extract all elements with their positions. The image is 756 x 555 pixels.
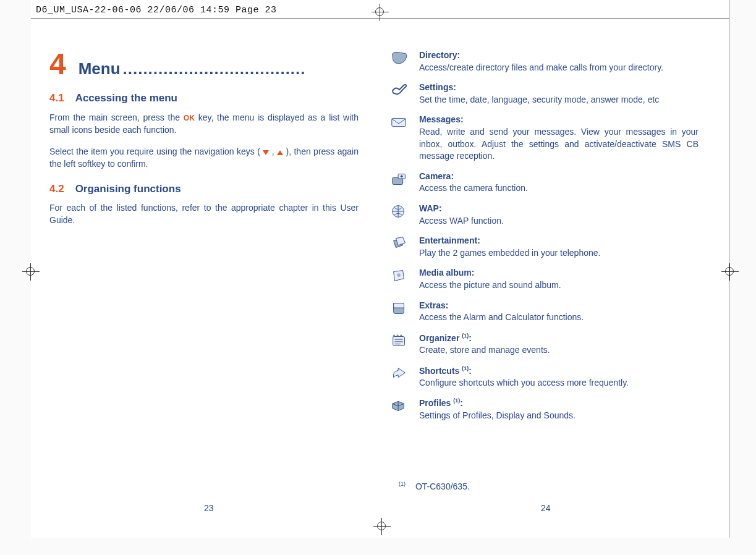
function-title: Extras [419, 300, 446, 310]
section-4-1-p1: From the main screen, press the OK key, … [49, 112, 359, 136]
chapter-title: Menu [79, 59, 121, 78]
entertainment-icon [389, 235, 409, 252]
camera-icon [389, 171, 409, 188]
function-title: Camera [419, 171, 451, 181]
function-body: Profiles (1):Settings of Profiles, Displ… [419, 397, 699, 422]
svg-rect-8 [393, 336, 405, 345]
function-body: Camera:Access the camera function. [419, 171, 699, 195]
function-item: Extras:Access the Alarm and Calculator f… [389, 300, 699, 324]
function-item: Profiles (1):Settings of Profiles, Displ… [389, 397, 699, 422]
chapter-dots: .................................... [122, 59, 305, 78]
svg-rect-7 [394, 303, 404, 308]
section-4-2-heading: 4.2 Organising functions [49, 182, 359, 197]
section-4-2-p1: For each of the listed functions, refer … [49, 202, 359, 226]
footnote-text: OT-C630/635. [415, 481, 470, 491]
function-item: Settings:Set the time, date, language, s… [389, 82, 699, 106]
footnote: (1) OT-C630/635. [399, 481, 470, 491]
function-sup: (1) [462, 333, 469, 339]
function-body: Settings:Set the time, date, language, s… [419, 82, 699, 106]
function-desc: Access the Alarm and Calculator function… [419, 312, 584, 322]
media-album-icon [389, 267, 409, 284]
nav-down-icon [263, 150, 269, 155]
section-4-1-heading: 4.1 Accessing the menu [49, 91, 359, 106]
function-list: Directory:Access/create directory files … [389, 49, 699, 422]
function-desc: Configure shortcuts which you access mor… [419, 378, 629, 388]
function-title: Directory [419, 50, 457, 60]
settings-icon [389, 82, 409, 99]
ok-key-icon: OK [184, 114, 195, 122]
function-body: WAP:Access WAP function. [419, 203, 699, 227]
function-body: Messages:Read, write and send your messa… [419, 114, 699, 162]
function-item: Camera:Access the camera function. [389, 171, 699, 195]
function-desc: Set the time, date, language, security m… [419, 95, 659, 104]
function-desc: Access/create directory files and make c… [419, 62, 663, 72]
svg-rect-0 [392, 119, 406, 127]
function-body: Entertainment:Play the 2 games embedded … [419, 235, 699, 259]
function-title: Shortcuts [419, 365, 462, 375]
function-item: Shortcuts (1):Configure shortcuts which … [389, 365, 699, 389]
function-body: Shortcuts (1):Configure shortcuts which … [419, 365, 699, 389]
chapter-number: 4 [49, 49, 66, 79]
function-sup: (1) [462, 365, 469, 371]
function-body: Directory:Access/create directory files … [419, 49, 699, 74]
svg-point-3 [401, 175, 403, 177]
function-item: Messages:Read, write and send your messa… [389, 114, 699, 162]
function-item: Media album:Access the picture and sound… [389, 267, 699, 291]
footnote-marker: (1) [399, 481, 406, 487]
page-spread: D6_UM_USA-22-06-06 22/06/06 14:59 Page 2… [31, 0, 729, 538]
function-desc: Access the picture and sound album. [419, 280, 561, 290]
function-title: Organizer [419, 333, 462, 342]
section-4-1-p2: Select the item you require using the na… [49, 146, 359, 170]
directory-icon [389, 49, 409, 67]
left-column: 4 Menu .................................… [49, 49, 359, 422]
section-number: 4.2 [49, 182, 64, 197]
function-desc: Create, store and manage events. [419, 345, 550, 355]
registration-mark-top [374, 6, 386, 19]
function-item: Entertainment:Play the 2 games embedded … [389, 235, 699, 259]
content-area: 4 Menu .................................… [49, 49, 717, 422]
wap-icon [389, 203, 409, 220]
function-title: Entertainment [419, 235, 477, 245]
function-title: Settings [419, 82, 453, 92]
function-title: Profiles [419, 398, 453, 408]
function-body: Media album:Access the picture and sound… [419, 267, 699, 291]
svg-point-5 [397, 274, 401, 278]
function-desc: Access WAP function. [419, 216, 504, 226]
registration-mark-bottom [376, 520, 388, 533]
page-number-left: 23 [204, 503, 214, 513]
function-title: Messages [419, 114, 461, 124]
registration-mark-right [724, 266, 736, 278]
function-desc: Settings of Profiles, Display and Sounds… [419, 410, 575, 420]
function-title: Media album [419, 268, 472, 278]
section-number: 4.1 [49, 91, 64, 106]
function-item: WAP:Access WAP function. [389, 203, 699, 227]
nav-up-icon [277, 150, 283, 155]
print-header: D6_UM_USA-22-06-06 22/06/06 14:59 Page 2… [36, 5, 277, 15]
function-sup: (1) [453, 397, 460, 404]
function-desc: Read, write and send your messages. View… [419, 127, 699, 161]
section-title: Accessing the menu [75, 91, 177, 106]
right-column: Directory:Access/create directory files … [389, 49, 699, 422]
registration-mark-left [25, 266, 37, 278]
function-item: Directory:Access/create directory files … [389, 49, 699, 74]
shortcuts-icon [389, 365, 409, 382]
function-desc: Play the 2 games embedded in your teleph… [419, 248, 600, 258]
function-title: WAP [419, 203, 439, 213]
section-title: Organising functions [75, 182, 181, 197]
profiles-icon [389, 397, 409, 414]
chapter-heading: 4 Menu .................................… [49, 49, 359, 80]
function-body: Extras:Access the Alarm and Calculator f… [419, 300, 699, 324]
function-body: Organizer (1):Create, store and manage e… [419, 332, 699, 357]
extras-icon [389, 300, 409, 317]
page-number-right: 24 [541, 503, 551, 513]
organizer-icon [389, 332, 409, 349]
messages-icon [389, 114, 409, 131]
function-item: Organizer (1):Create, store and manage e… [389, 332, 699, 357]
function-desc: Access the camera function. [419, 183, 528, 193]
